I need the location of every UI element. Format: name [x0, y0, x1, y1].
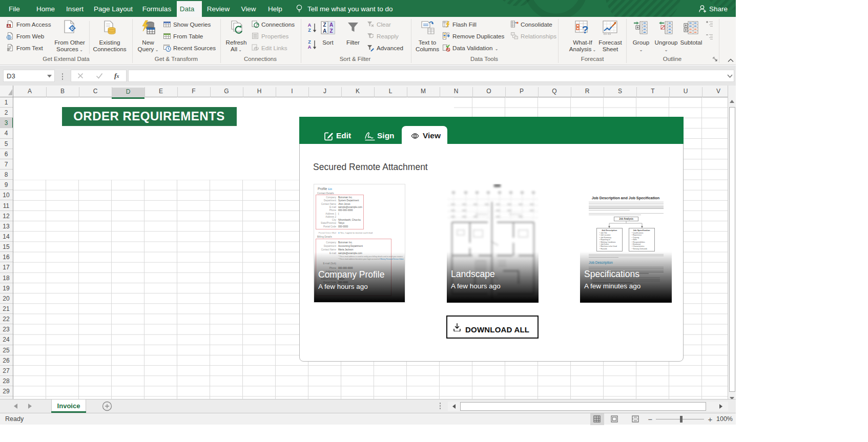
- svg-text:Z: Z: [323, 22, 326, 28]
- svg-text:A: A: [308, 23, 312, 28]
- svg-text:Z: Z: [329, 28, 333, 34]
- svg-text:A: A: [323, 28, 326, 34]
- svg-text:Z: Z: [308, 39, 311, 45]
- svg-text:A: A: [329, 22, 333, 28]
- svg-text:A: A: [308, 45, 312, 50]
- svg-text:Z: Z: [308, 28, 311, 33]
- svg-text:?: ?: [582, 24, 589, 35]
- svg-text:A: A: [8, 24, 10, 28]
